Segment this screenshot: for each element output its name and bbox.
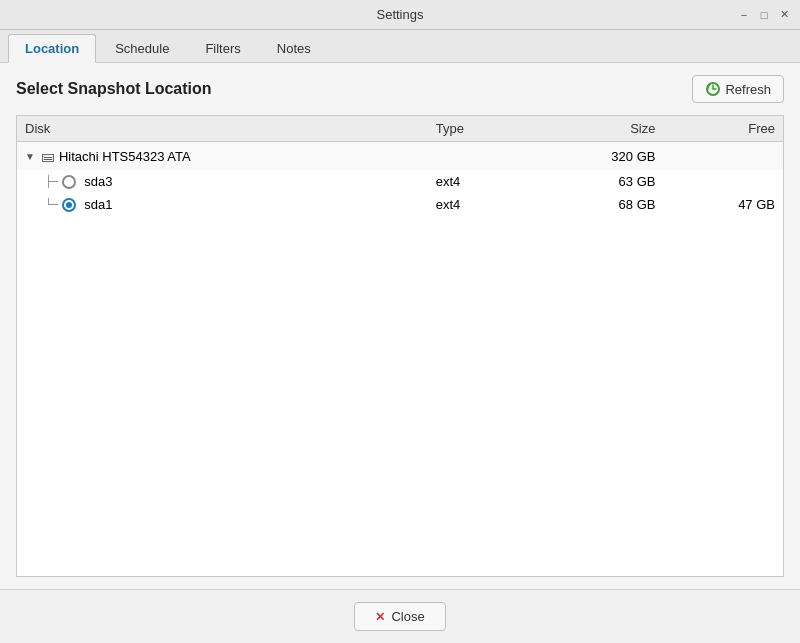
- titlebar: Settings − □ ✕: [0, 0, 800, 30]
- maximize-button[interactable]: □: [756, 7, 772, 23]
- window-close-button[interactable]: ✕: [776, 7, 792, 23]
- partition-type-sda3: ext4: [428, 170, 528, 193]
- refresh-label: Refresh: [725, 82, 771, 97]
- disk-table: Disk Type Size Free ▼ 🖴 Hitachi HTS5: [17, 116, 783, 216]
- tab-notes[interactable]: Notes: [260, 34, 328, 62]
- partition-size-sda1: 68 GB: [528, 193, 664, 216]
- drive-icon: 🖴: [41, 148, 55, 164]
- partition-name-inner-sda1: └─ sda1: [25, 197, 420, 212]
- table-row[interactable]: ▼ 🖴 Hitachi HTS54323 ATA 320 GB: [17, 142, 783, 171]
- partition-free-sda3: [663, 170, 783, 193]
- disk-name-inner: ▼ 🖴 Hitachi HTS54323 ATA: [25, 148, 420, 164]
- table-row[interactable]: └─ sda1 ext4 68 GB 47 GB: [17, 193, 783, 216]
- refresh-button[interactable]: Refresh: [692, 75, 784, 103]
- tab-location[interactable]: Location: [8, 34, 96, 63]
- close-x-icon: ✕: [375, 610, 385, 624]
- partition-label-sda1: sda1: [84, 197, 112, 212]
- expand-arrow-icon: ▼: [25, 151, 35, 162]
- table-row[interactable]: ├─ sda3 ext4 63 GB: [17, 170, 783, 193]
- window-title: Settings: [377, 7, 424, 22]
- refresh-icon: [705, 81, 721, 97]
- col-type: Type: [428, 116, 528, 142]
- tree-branch-icon: ├─: [45, 175, 58, 188]
- tab-bar: Location Schedule Filters Notes: [0, 30, 800, 63]
- tree-last-icon: └─: [45, 198, 58, 211]
- disk-type-cell: [428, 142, 528, 171]
- partition-name-inner-sda3: ├─ sda3: [25, 174, 420, 189]
- partition-free-sda1: 47 GB: [663, 193, 783, 216]
- partition-name-cell-sda1: └─ sda1: [17, 193, 428, 216]
- col-size: Size: [528, 116, 664, 142]
- disk-name-label: Hitachi HTS54323 ATA: [59, 149, 191, 164]
- disk-table-container: Disk Type Size Free ▼ 🖴 Hitachi HTS5: [16, 115, 784, 577]
- tab-schedule[interactable]: Schedule: [98, 34, 186, 62]
- radio-unselected-sda3[interactable]: [62, 175, 76, 189]
- footer: ✕ Close: [0, 589, 800, 643]
- radio-selected-sda1[interactable]: [62, 198, 76, 212]
- col-disk: Disk: [17, 116, 428, 142]
- section-header: Select Snapshot Location Refresh: [16, 75, 784, 103]
- disk-free-cell: [663, 142, 783, 171]
- partition-name-cell-sda3: ├─ sda3: [17, 170, 428, 193]
- table-header-row: Disk Type Size Free: [17, 116, 783, 142]
- partition-label-sda3: sda3: [84, 174, 112, 189]
- partition-size-sda3: 63 GB: [528, 170, 664, 193]
- content-area: Select Snapshot Location Refresh Disk Ty…: [0, 63, 800, 589]
- minimize-button[interactable]: −: [736, 7, 752, 23]
- disk-name-cell: ▼ 🖴 Hitachi HTS54323 ATA: [17, 142, 428, 171]
- col-free: Free: [663, 116, 783, 142]
- close-button[interactable]: ✕ Close: [354, 602, 445, 631]
- tab-filters[interactable]: Filters: [188, 34, 257, 62]
- window-controls: − □ ✕: [736, 7, 792, 23]
- section-title: Select Snapshot Location: [16, 80, 212, 98]
- close-label: Close: [391, 609, 424, 624]
- main-window: Settings − □ ✕ Location Schedule Filters…: [0, 0, 800, 643]
- disk-size-cell: 320 GB: [528, 142, 664, 171]
- partition-type-sda1: ext4: [428, 193, 528, 216]
